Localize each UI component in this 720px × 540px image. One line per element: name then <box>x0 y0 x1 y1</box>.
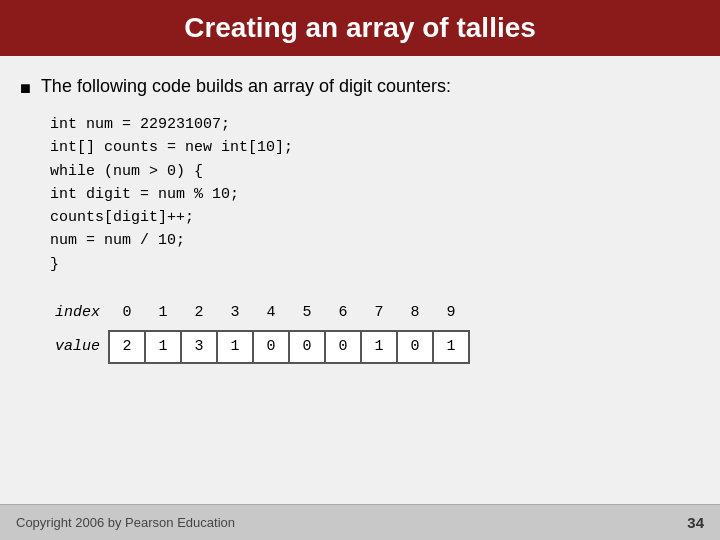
code-block: int num = 229231007; int[] counts = new … <box>50 113 690 276</box>
code-line-7: } <box>50 253 690 276</box>
array-value-cell: 1 <box>432 330 470 364</box>
array-value-cell: 0 <box>252 330 290 364</box>
array-index-cell: 5 <box>288 298 326 328</box>
index-label: index <box>50 304 108 321</box>
code-line-3: while (num > 0) { <box>50 160 690 183</box>
array-value-cell: 3 <box>180 330 218 364</box>
array-index-cell: 6 <box>324 298 362 328</box>
bullet-icon: ■ <box>20 78 31 99</box>
array-index-row: index 0123456789 <box>50 298 690 328</box>
slide-title: Creating an array of tallies <box>0 0 720 56</box>
array-value-cell: 1 <box>216 330 254 364</box>
array-index-cell: 3 <box>216 298 254 328</box>
code-line-6: num = num / 10; <box>50 229 690 252</box>
array-value-cell: 1 <box>144 330 182 364</box>
copyright-text: Copyright 2006 by Pearson Education <box>16 515 235 530</box>
page-number: 34 <box>687 514 704 531</box>
slide: Creating an array of tallies ■ The follo… <box>0 0 720 540</box>
code-line-5: counts[digit]++; <box>50 206 690 229</box>
index-cells: 0123456789 <box>108 298 468 328</box>
array-value-cell: 0 <box>288 330 326 364</box>
array-value-cell: 1 <box>360 330 398 364</box>
code-line-1: int num = 229231007; <box>50 113 690 136</box>
value-cells: 2131000101 <box>108 330 468 364</box>
code-line-4: int digit = num % 10; <box>50 183 690 206</box>
array-value-row: value 2131000101 <box>50 330 690 364</box>
array-index-cell: 9 <box>432 298 470 328</box>
array-index-cell: 0 <box>108 298 146 328</box>
array-index-cell: 1 <box>144 298 182 328</box>
bullet-item: ■ The following code builds an array of … <box>20 76 690 99</box>
slide-footer: Copyright 2006 by Pearson Education 34 <box>0 504 720 540</box>
array-value-cell: 2 <box>108 330 146 364</box>
array-table: index 0123456789 value 2131000101 <box>50 298 690 366</box>
array-value-cell: 0 <box>324 330 362 364</box>
bullet-text: The following code builds an array of di… <box>41 76 451 97</box>
code-line-2: int[] counts = new int[10]; <box>50 136 690 159</box>
array-index-cell: 8 <box>396 298 434 328</box>
array-value-cell: 0 <box>396 330 434 364</box>
value-label: value <box>50 338 108 355</box>
slide-content: ■ The following code builds an array of … <box>0 56 720 504</box>
title-text: Creating an array of tallies <box>184 12 536 43</box>
array-index-cell: 2 <box>180 298 218 328</box>
array-index-cell: 4 <box>252 298 290 328</box>
array-index-cell: 7 <box>360 298 398 328</box>
